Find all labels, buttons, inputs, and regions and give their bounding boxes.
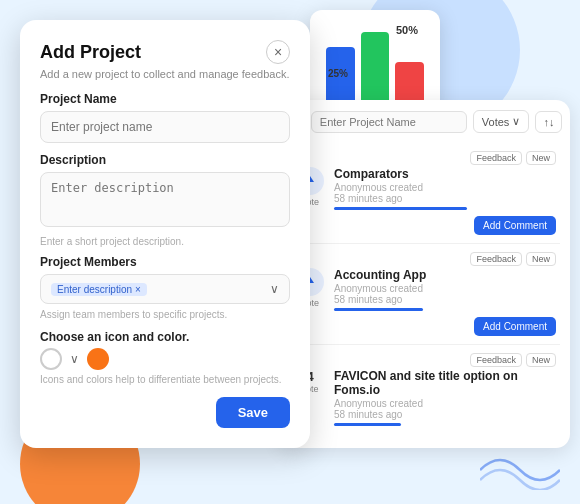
bar-2: [361, 32, 390, 102]
icon-circle[interactable]: [40, 348, 62, 370]
modal-title: Add Project: [40, 42, 141, 63]
feedback-tags-1: Feedback New: [294, 151, 556, 165]
feedback-tag-new-3: New: [526, 353, 556, 367]
panel-toolbar: ∞ Votes ∨ ↑↓: [290, 110, 560, 133]
icon-hint: Icons and colors help to differentiate b…: [40, 374, 290, 385]
feedback-title-2: Accounting App: [334, 268, 556, 282]
color-dot[interactable]: [87, 348, 109, 370]
add-project-modal: Add Project × Add a new project to colle…: [20, 20, 310, 448]
feedback-item-3: Feedback New 4 vote FAVICON and site tit…: [290, 345, 560, 438]
icon-color-controls: ∨: [40, 348, 290, 370]
feedback-title-3: FAVICON and site title option on Foms.io: [334, 369, 556, 397]
members-dropdown-inner: Enter description ×: [51, 283, 270, 296]
feedback-bar-1: [334, 207, 467, 210]
project-name-input[interactable]: [40, 111, 290, 143]
modal-subtitle: Add a new project to collect and manage …: [40, 68, 290, 80]
sort-button[interactable]: ↑↓: [535, 111, 562, 133]
members-tag-close: ×: [135, 284, 141, 295]
members-label: Project Members: [40, 255, 290, 269]
feedback-row-2: Vote Accounting App Anonymous created58 …: [294, 268, 556, 336]
feedback-panel: ∞ Votes ∨ ↑↓ Feedback New Vote Comparato…: [280, 100, 570, 448]
feedback-content-1: Comparators Anonymous created58 minutes …: [334, 167, 556, 235]
feedback-title-1: Comparators: [334, 167, 556, 181]
save-button[interactable]: Save: [216, 397, 290, 428]
feedback-bar-2: [334, 308, 423, 311]
members-tag-text: Enter description: [57, 284, 132, 295]
add-comment-button-1[interactable]: Add Comment: [474, 216, 556, 235]
feedback-meta-3: Anonymous created58 minutes ago: [334, 398, 556, 420]
feedback-item-2: Feedback New Vote Accounting App Anonymo…: [290, 244, 560, 345]
feedback-content-3: FAVICON and site title option on Foms.io…: [334, 369, 556, 430]
votes-dropdown[interactable]: Votes ∨: [473, 110, 530, 133]
feedback-tags-2: Feedback New: [294, 252, 556, 266]
feedback-tag-feedback-1: Feedback: [470, 151, 522, 165]
members-tag: Enter description ×: [51, 283, 147, 296]
add-comment-button-2[interactable]: Add Comment: [474, 317, 556, 336]
feedback-meta-2: Anonymous created58 minutes ago: [334, 283, 556, 305]
feedback-tag-feedback-2: Feedback: [470, 252, 522, 266]
description-label: Description: [40, 153, 290, 167]
votes-chevron-icon: ∨: [512, 115, 520, 128]
feedback-item-1: Feedback New Vote Comparators Anonymous …: [290, 143, 560, 244]
members-dropdown[interactable]: Enter description × ∨: [40, 274, 290, 304]
bg-wave-bottom-right: [480, 450, 560, 494]
modal-close-button[interactable]: ×: [266, 40, 290, 64]
feedback-row-3: 4 vote FAVICON and site title option on …: [294, 369, 556, 430]
votes-label: Votes: [482, 116, 510, 128]
members-chevron-icon: ∨: [270, 282, 279, 296]
modal-footer: Save: [40, 397, 290, 428]
description-textarea[interactable]: [40, 172, 290, 227]
icon-color-row: Choose an icon and color. ∨: [40, 330, 290, 370]
search-input[interactable]: [311, 111, 467, 133]
feedback-tag-new-1: New: [526, 151, 556, 165]
bar-chart: 50% 25%: [310, 10, 440, 114]
assign-hint: Assign team members to specific projects…: [40, 309, 290, 320]
feedback-content-2: Accounting App Anonymous created58 minut…: [334, 268, 556, 336]
description-hint: Enter a short project description.: [40, 236, 290, 247]
feedback-bar-3: [334, 423, 401, 426]
bar-chart-label-25: 25%: [328, 68, 348, 79]
feedback-tag-new-2: New: [526, 252, 556, 266]
feedback-tag-feedback-3: Feedback: [470, 353, 522, 367]
modal-header: Add Project ×: [40, 40, 290, 64]
feedback-row-1: Vote Comparators Anonymous created58 min…: [294, 167, 556, 235]
icon-color-label: Choose an icon and color.: [40, 330, 290, 344]
icon-chevron-icon[interactable]: ∨: [70, 352, 79, 366]
feedback-meta-1: Anonymous created58 minutes ago: [334, 182, 556, 204]
feedback-tags-3: Feedback New: [294, 353, 556, 367]
project-name-label: Project Name: [40, 92, 290, 106]
bar-3: [395, 62, 424, 102]
bar-chart-label-50: 50%: [396, 24, 418, 36]
